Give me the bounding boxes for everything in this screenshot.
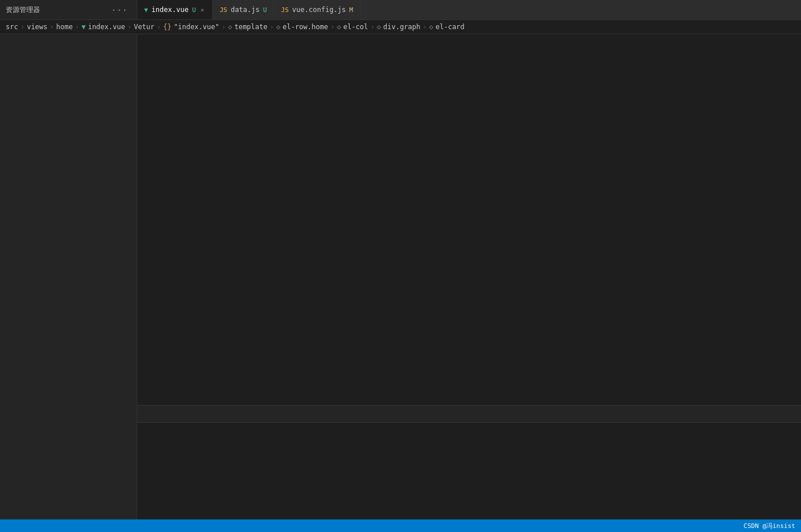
status-bar: CSDN @冯insist	[0, 519, 801, 532]
vue-config-js-tab-label: vue.config.js	[292, 6, 346, 14]
index-vue-tab-icon: ▼	[144, 6, 148, 14]
main-layout	[0, 34, 801, 519]
index-vue-tab-label: index.vue	[152, 6, 189, 14]
status-bar-right: CSDN @冯insist	[744, 522, 795, 530]
editor-area	[137, 34, 801, 519]
tab-vue-config-js[interactable]: JSvue.config.jsM	[274, 0, 360, 19]
bottom-panel	[137, 405, 801, 519]
index-vue-tab-close[interactable]: ×	[199, 5, 205, 15]
explorer-header: 资源管理器 ···	[0, 0, 137, 19]
terminal-output	[137, 423, 801, 519]
editor-content[interactable]	[137, 34, 801, 405]
vue-config-js-tab-badge: M	[350, 6, 354, 14]
index-vue-tab-badge: U	[192, 6, 196, 14]
top-bar: 资源管理器 ··· ▼index.vueU×JSdata.jsUJSvue.co…	[0, 0, 801, 20]
explorer-menu-button[interactable]: ···	[111, 5, 128, 15]
sidebar	[0, 34, 137, 519]
data-js-tab-label: data.js	[231, 6, 260, 14]
vue-config-js-tab-icon: JS	[281, 6, 288, 14]
data-js-tab-badge: U	[263, 6, 267, 14]
explorer-label: 资源管理器	[6, 5, 40, 15]
data-js-tab-icon: JS	[220, 6, 227, 14]
tabs-bar: ▼index.vueU×JSdata.jsUJSvue.config.jsM	[137, 0, 801, 19]
breadcrumb: src › views › home › ▼ index.vue › Vetur…	[0, 20, 801, 34]
tab-data-js[interactable]: JSdata.jsU	[213, 0, 274, 19]
sidebar-tree[interactable]	[0, 34, 137, 519]
panel-tabs	[137, 406, 801, 423]
tab-index-vue[interactable]: ▼index.vueU×	[137, 0, 213, 19]
